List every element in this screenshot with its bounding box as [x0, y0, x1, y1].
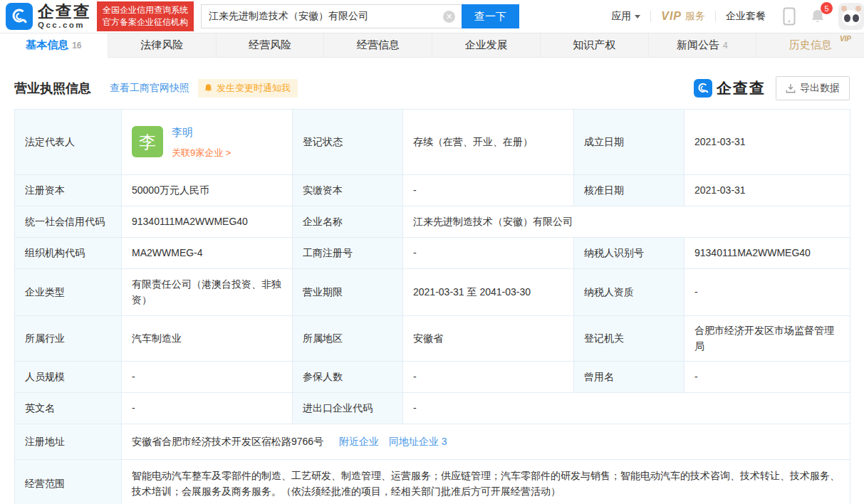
export-data-button[interactable]: 导出数据 [776, 76, 850, 100]
same-address-companies-link[interactable]: 同地址企业 3 [389, 436, 447, 447]
notification-count-badge: 5 [821, 2, 833, 14]
qcc-logo-icon [694, 79, 712, 98]
user-avatar[interactable] [838, 3, 864, 30]
avatar: 李 [132, 126, 163, 157]
qcc-watermark: 企查查 [694, 78, 766, 98]
field-value: 有限责任公司（港澳台投资、非独资） [122, 269, 293, 316]
search-input[interactable] [201, 4, 462, 28]
tab-count: 16 [72, 41, 81, 51]
tab-operation-info[interactable]: 经营信息 [324, 33, 432, 57]
field-label: 注册资本 [15, 175, 122, 206]
field-label: 曾用名 [574, 362, 685, 393]
field-value: - [403, 175, 574, 206]
section-title: 营业执照信息 [14, 80, 91, 97]
vip-tag: VIP [840, 35, 851, 43]
field-value: 2021-03-31 至 2041-03-30 [403, 269, 574, 316]
section-tabbar: 基本信息 16 法律风险 经营风险 经营信息 企业发展 知识产权 新闻公告 4 … [0, 33, 864, 58]
field-value: 安徽省合肥市经济技术开发区宿松路9766号 [132, 436, 323, 447]
field-label: 法定代表人 [15, 110, 122, 175]
field-value: 91340111MA2WWMEG40 [685, 238, 850, 269]
field-label: 所属地区 [293, 316, 403, 362]
table-row: 组织机构代码 MA2WWMEG-4 工商注册号 - 纳税人识别号 9134011… [15, 238, 850, 269]
field-value: 合肥市经济开发区市场监督管理局 [685, 316, 850, 362]
table-row: 英文名 - 进出口企业代码 - [15, 393, 850, 424]
search-button[interactable]: 查一下 [462, 4, 519, 28]
top-header: 企查查 Qcc.com 全国企业信用查询系统 官方备案企业征信机构 ✕ 查一下 … [0, 0, 864, 33]
gov-certification-badge: 全国企业信用查询系统 官方备案企业征信机构 [97, 1, 194, 32]
field-value: - [403, 362, 574, 393]
legal-representative-link[interactable]: 李明 [172, 124, 231, 140]
change-notify-button[interactable]: 发生变更时通知我 [198, 79, 298, 98]
field-label: 组织机构代码 [15, 238, 122, 269]
vip-logo: VIP [661, 10, 682, 23]
field-label: 人员规模 [15, 362, 122, 393]
field-label: 纳税人识别号 [574, 238, 685, 269]
field-label: 工商注册号 [293, 238, 403, 269]
business-license-table: 法定代表人 李 李明 关联9家企业 > 登记状态 存续（在营、开业、在册） 成立… [14, 109, 850, 504]
field-value: 91340111MA2WWMEG40 [122, 206, 293, 238]
mobile-app-button[interactable] [776, 7, 803, 26]
bell-icon [204, 83, 213, 93]
table-row: 法定代表人 李 李明 关联9家企业 > 登记状态 存续（在营、开业、在册） 成立… [15, 110, 850, 175]
field-label: 经营范围 [15, 460, 122, 504]
table-row: 注册资本 50000万元人民币 实缴资本 - 核准日期 2021-03-31 [15, 175, 850, 206]
field-value: 智能电动汽车整车及零部件的制造、工艺研发、制造管理、运营服务；供应链管理；汽车零… [122, 460, 850, 504]
field-label: 核准日期 [574, 175, 685, 206]
field-label: 所属行业 [15, 316, 122, 362]
field-value: 50000万元人民币 [122, 175, 293, 206]
tab-enterprise-development[interactable]: 企业发展 [432, 33, 541, 57]
brand-name: 企查查 [38, 4, 91, 20]
official-snapshot-link[interactable]: 查看工商官网快照 [110, 82, 189, 95]
table-row: 注册地址 安徽省合肥市经济技术开发区宿松路9766号 附近企业 同地址企业 3 [15, 424, 850, 460]
field-label: 企业名称 [293, 206, 403, 238]
registered-address-cell: 安徽省合肥市经济技术开发区宿松路9766号 附近企业 同地址企业 3 [122, 424, 850, 460]
field-value: MA2WWMEG-4 [122, 238, 293, 269]
field-value: - [685, 269, 850, 316]
main-content: 营业执照信息 查看工商官网快照 发生变更时通知我 企查查 [0, 76, 864, 504]
tab-legal-risk[interactable]: 法律风险 [108, 33, 217, 57]
field-value: - [685, 362, 850, 393]
notifications-button[interactable]: 5 [803, 8, 833, 25]
tab-news[interactable]: 新闻公告 4 [649, 33, 757, 57]
qcc-logo[interactable]: 企查查 Qcc.com [6, 3, 91, 30]
field-value: 2021-03-31 [685, 175, 850, 206]
field-label: 英文名 [15, 393, 122, 424]
field-label: 登记状态 [293, 110, 403, 175]
tab-basic-info[interactable]: 基本信息 16 [0, 33, 108, 58]
section-header: 营业执照信息 查看工商官网快照 发生变更时通知我 企查查 [14, 76, 850, 100]
nav-enterprise-package[interactable]: 企业套餐 [716, 10, 776, 23]
tab-history-info[interactable]: 历史信息 VIP [756, 33, 864, 57]
clear-search-icon[interactable]: ✕ [443, 11, 455, 23]
phone-icon [783, 7, 796, 26]
table-row: 企业类型 有限责任公司（港澳台投资、非独资） 营业期限 2021-03-31 至… [15, 269, 850, 316]
tab-intellectual-property[interactable]: 知识产权 [541, 33, 649, 57]
brand-domain: Qcc.com [38, 21, 91, 30]
legal-representative-cell: 李 李明 关联9家企业 > [122, 110, 293, 175]
top-nav: 应用 VIP 服务 企业套餐 5 [601, 3, 864, 30]
field-label: 参保人数 [293, 362, 403, 393]
nav-vip-service[interactable]: VIP 服务 [651, 10, 715, 23]
field-value: - [122, 393, 293, 424]
related-companies-link[interactable]: 关联9家企业 > [172, 146, 231, 160]
search-box: ✕ 查一下 [201, 4, 519, 28]
tab-count: 4 [723, 41, 728, 51]
field-value: - [122, 362, 293, 393]
tab-operation-risk[interactable]: 经营风险 [217, 33, 325, 57]
field-label: 统一社会信用代码 [15, 206, 122, 238]
field-value: 安徽省 [403, 316, 574, 362]
table-row: 人员规模 - 参保人数 - 曾用名 - [15, 362, 850, 393]
table-row: 所属行业 汽车制造业 所属地区 安徽省 登记机关 合肥市经济开发区市场监督管理局 [15, 316, 850, 362]
field-label: 注册地址 [15, 424, 122, 460]
nearby-companies-link[interactable]: 附近企业 [339, 436, 379, 447]
field-value: 2021-03-31 [685, 110, 850, 175]
field-value: - [403, 393, 850, 424]
field-label: 登记机关 [574, 316, 685, 362]
field-label: 营业期限 [293, 269, 403, 316]
table-row: 经营范围 智能电动汽车整车及零部件的制造、工艺研发、制造管理、运营服务；供应链管… [15, 460, 850, 504]
chevron-down-icon [635, 15, 640, 19]
field-value: 江来先进制造技术（安徽）有限公司 [403, 206, 850, 238]
field-label: 成立日期 [574, 110, 685, 175]
field-value: 存续（在营、开业、在册） [403, 110, 574, 175]
nav-apps[interactable]: 应用 [601, 10, 650, 23]
table-row: 统一社会信用代码 91340111MA2WWMEG40 企业名称 江来先进制造技… [15, 206, 850, 238]
